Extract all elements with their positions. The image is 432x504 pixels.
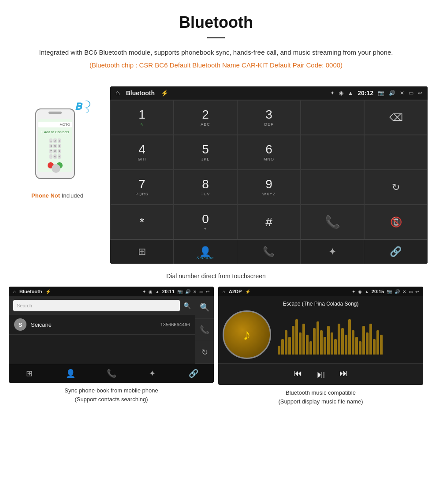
- music-note-icon: ♪: [243, 325, 251, 344]
- dial-key-call[interactable]: 📞: [301, 205, 364, 239]
- music-back-icon[interactable]: ↩: [415, 289, 419, 294]
- wave-bar: [292, 326, 294, 355]
- dial-key-2[interactable]: 2 ABC: [174, 100, 237, 135]
- pb-x-icon[interactable]: ✕: [193, 289, 197, 294]
- bottom-link-btn[interactable]: 🔗: [364, 240, 428, 264]
- music-screenshot: ⌂ A2DP ⚡ ✦ ◉ ▲ 20:15 📷 🔊 ✕ ▭ ↩ E: [218, 287, 423, 385]
- dial-key-end-call[interactable]: 📵: [364, 205, 428, 239]
- pb-side-refresh-btn[interactable]: ↻: [195, 341, 214, 364]
- car-screen: ⌂ Bluetooth ⚡ ✦ ◉ ▲ 20:12 📷 🔊 ✕ ▭ ↩: [110, 86, 428, 264]
- camera-icon[interactable]: 📷: [378, 90, 384, 96]
- music-play-btn[interactable]: ⏯: [316, 368, 326, 381]
- pb-time: 20:11: [162, 289, 175, 294]
- pb-home-icon[interactable]: ⌂: [13, 289, 16, 294]
- phone-home-button: [52, 164, 60, 173]
- wave-bar: [299, 332, 302, 355]
- music-camera-icon[interactable]: 📷: [387, 289, 392, 294]
- phonebook-card: ⌂ Bluetooth ⚡ ✦ ◉ ▲ 20:11 📷 🔊 ✕ ▭ ↩: [9, 287, 214, 406]
- back-icon[interactable]: ↩: [418, 90, 422, 96]
- bottom-grid-btn[interactable]: ⊞: [110, 240, 174, 264]
- dial-key-0[interactable]: 0 +: [174, 205, 237, 239]
- music-win-icon[interactable]: ▭: [409, 289, 413, 294]
- header-section: Bluetooth Integrated with BC6 Bluetooth …: [0, 0, 432, 86]
- wave-bar: [369, 324, 372, 355]
- music-vol-icon[interactable]: 🔊: [395, 289, 400, 294]
- pb-search-row: Search 🔍: [9, 296, 195, 315]
- bottom-contacts-btn[interactable]: 👤 Seicane: [174, 240, 237, 264]
- dial-key-5[interactable]: 5 JKL: [174, 135, 237, 170]
- pb-camera-icon[interactable]: 📷: [177, 289, 182, 294]
- dial-key-1[interactable]: 1 ∿: [110, 100, 174, 135]
- music-album-art: ♪: [223, 310, 271, 359]
- dial-key-star[interactable]: *: [110, 205, 174, 239]
- dial-key-3[interactable]: 3 DEF: [237, 100, 301, 135]
- wave-bar: [320, 330, 323, 355]
- pb-contact-name: Seicane: [31, 321, 156, 328]
- music-status-title: A2DP: [229, 289, 242, 294]
- close-icon[interactable]: ✕: [400, 90, 404, 96]
- dial-key-4[interactable]: 4 GHI: [110, 135, 174, 170]
- dial-key-empty-3: [364, 135, 428, 170]
- wave-bar: [341, 328, 344, 355]
- wave-bar: [352, 330, 354, 355]
- wave-bar: [309, 341, 312, 355]
- dial-key-empty-2: [301, 135, 364, 170]
- bottom-bluetooth-btn[interactable]: ✦: [301, 240, 364, 264]
- pb-bottom-contacts[interactable]: 👤: [50, 364, 91, 383]
- pb-back-icon[interactable]: ↩: [206, 289, 209, 294]
- bluetooth-status-icon: ✦: [330, 90, 335, 96]
- subtitle-text: Integrated with BC6 Bluetooth module, su…: [26, 47, 406, 58]
- pb-win-icon[interactable]: ▭: [199, 289, 203, 294]
- dial-key-hash[interactable]: #: [237, 205, 301, 239]
- music-main: Escape (The Pina Colada Song) ♪: [218, 296, 423, 363]
- pb-statusbar-right: ✦ ◉ ▲ 20:11 📷 🔊 ✕ ▭ ↩: [142, 289, 209, 294]
- pb-bottom-bt[interactable]: ✦: [132, 364, 173, 383]
- wave-bar: [324, 337, 326, 355]
- home-icon[interactable]: ⌂: [115, 89, 120, 97]
- wave-bar: [362, 326, 365, 355]
- music-next-btn[interactable]: ⏭: [339, 368, 348, 381]
- wave-bar: [355, 337, 358, 355]
- window-icon[interactable]: ▭: [409, 90, 413, 96]
- dial-key-8[interactable]: 8 TUV: [174, 170, 237, 205]
- music-statusbar-left: ⌂ A2DP ⚡: [223, 289, 250, 294]
- pb-search-bar[interactable]: Search: [13, 300, 180, 311]
- pb-loc-icon: ◉: [149, 289, 153, 294]
- dial-key-refresh[interactable]: ↻: [364, 170, 428, 205]
- wave-bar: [281, 339, 284, 355]
- wave-bar: [327, 326, 330, 355]
- dial-key-6[interactable]: 6 MNO: [237, 135, 301, 170]
- statusbar-left: ⌂ Bluetooth ⚡: [115, 89, 168, 97]
- pb-bottom-phone[interactable]: 📞: [91, 364, 132, 383]
- wave-bar: [373, 339, 376, 355]
- phone-body: MOTO + Add to Contacts 123 456 789 *0#: [35, 108, 75, 179]
- pb-side-search-btn[interactable]: 🔍: [195, 296, 214, 319]
- music-x-icon[interactable]: ✕: [402, 289, 406, 294]
- pb-vol-icon[interactable]: 🔊: [185, 289, 190, 294]
- bottom-phone-btn[interactable]: 📞: [237, 240, 301, 264]
- music-home-icon[interactable]: ⌂: [223, 289, 225, 294]
- pb-bottom-grid[interactable]: ⊞: [9, 364, 50, 383]
- dial-key-backspace[interactable]: ⌫: [364, 100, 428, 135]
- car-statusbar: ⌂ Bluetooth ⚡ ✦ ◉ ▲ 20:12 📷 🔊 ✕ ▭ ↩: [110, 86, 428, 100]
- phone-keypad: 123 456 789 *0#: [48, 137, 63, 161]
- pb-status-title: Bluetooth: [19, 289, 42, 294]
- dial-key-9[interactable]: 9 WXYZ: [237, 170, 301, 205]
- music-waveform: [276, 310, 419, 359]
- pb-bottom-link[interactable]: 🔗: [173, 364, 214, 383]
- volume-icon[interactable]: 🔊: [389, 90, 395, 96]
- music-statusbar-right: ✦ ◉ ▲ 20:15 📷 🔊 ✕ ▭ ↩: [352, 289, 419, 294]
- music-usb-icon: ⚡: [245, 289, 250, 294]
- pb-contact-row[interactable]: S Seicane 13566664466: [9, 315, 195, 335]
- pb-search-icon[interactable]: 🔍: [183, 302, 191, 309]
- dial-bottom-bar: ⊞ 👤 Seicane 📞 ✦ 🔗: [110, 239, 428, 264]
- bottom-screenshots: ⌂ Bluetooth ⚡ ✦ ◉ ▲ 20:11 📷 🔊 ✕ ▭ ↩: [0, 287, 432, 414]
- music-wifi-icon: ▲: [365, 289, 369, 294]
- wave-bar: [302, 324, 305, 355]
- pb-side-phone-btn[interactable]: 📞: [195, 319, 214, 341]
- pb-side-icons: 🔍 📞 ↻: [195, 296, 214, 364]
- music-content: ♪: [223, 310, 419, 359]
- music-prev-btn[interactable]: ⏮: [294, 368, 302, 381]
- wave-bar: [359, 341, 361, 355]
- dial-key-7[interactable]: 7 PQRS: [110, 170, 174, 205]
